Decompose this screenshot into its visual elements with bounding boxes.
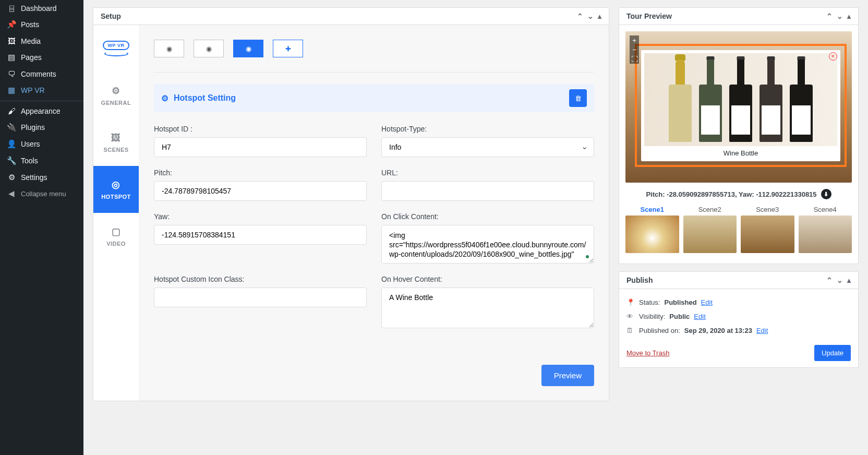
hotspot-type-select[interactable]: Info [381, 137, 594, 157]
pages-icon: ▤ [6, 53, 17, 62]
menu-comments[interactable]: 🗨Comments [0, 66, 83, 82]
hotspot-id-input[interactable] [154, 137, 367, 157]
url-input[interactable] [381, 181, 594, 201]
onclick-label: On Click Content: [381, 212, 594, 221]
download-icon[interactable]: ⬇ [821, 189, 831, 199]
delete-hotspot-button[interactable]: 🗑 [569, 89, 587, 107]
publish-title: Publish [626, 276, 653, 284]
scene-thumb-2[interactable]: Scene2 [683, 206, 737, 253]
hotspot-pill-2[interactable]: ◉ [194, 40, 224, 57]
trash-icon: 🗑 [575, 94, 582, 102]
panel-down-icon[interactable]: ⌄ [837, 12, 843, 20]
panel-toggle-icon[interactable]: ▴ [598, 12, 601, 20]
yaw-input[interactable] [154, 225, 367, 245]
plugins-icon: 🔌 [6, 123, 17, 132]
menu-plugins[interactable]: 🔌Plugins [0, 119, 83, 136]
scene-thumb-1[interactable]: Scene1 [625, 206, 679, 253]
zoom-out-button[interactable]: − [630, 45, 639, 54]
scene-thumb-4[interactable]: Scene4 [799, 206, 852, 253]
panel-up-icon[interactable]: ⌃ [577, 12, 583, 20]
eye-icon: 👁 [626, 313, 635, 320]
tour-viewer[interactable]: + − ⛶ ✕ [625, 31, 852, 183]
tab-hotspot[interactable]: ◎HOTSPOT [93, 166, 139, 213]
onhover-content-textarea[interactable]: A Wine Bottle [381, 288, 594, 328]
panel-toggle-icon[interactable]: ▴ [847, 12, 851, 20]
hotspot-type-label: Hotspot-Type: [381, 125, 594, 133]
menu-tools[interactable]: 🔧Tools [0, 152, 83, 169]
gear-icon: ⚙ [161, 93, 168, 103]
menu-media[interactable]: 🖾Media [0, 33, 83, 49]
menu-pages[interactable]: ▤Pages [0, 49, 83, 66]
tab-general[interactable]: ⚙GENERAL [93, 72, 139, 119]
hotspot-setting-title: Hotspot Setting [174, 93, 236, 103]
onclick-content-textarea[interactable]: <img src="https://wordpress5f0406f1e00ee… [381, 225, 594, 264]
hotspot-add-button[interactable]: ✚ [273, 40, 303, 57]
edit-visibility-link[interactable]: Edit [694, 313, 705, 320]
tab-video[interactable]: ▢VIDEO [93, 213, 139, 260]
tab-scenes[interactable]: 🖼SCENES [93, 119, 139, 166]
media-icon: 🖾 [6, 37, 17, 45]
collapse-icon: ◀ [6, 189, 17, 198]
wpvr-logo: WP VR [93, 25, 139, 72]
tools-icon: 🔧 [6, 156, 17, 165]
video-icon: ▢ [112, 226, 121, 237]
menu-settings[interactable]: ⚙Settings [0, 169, 83, 186]
yaw-label: Yaw: [154, 212, 367, 221]
menu-dashboard[interactable]: ⌸Dashboard [0, 0, 83, 16]
info-popup: ✕ Wine Bottle [641, 50, 840, 161]
tour-preview-title: Tour Preview [626, 12, 672, 20]
panel-toggle-icon[interactable]: ▴ [847, 276, 851, 284]
move-to-trash-link[interactable]: Move to Trash [626, 349, 669, 357]
menu-posts[interactable]: 📌Posts [0, 16, 83, 33]
pin-icon: 📍 [626, 298, 635, 306]
edit-status-link[interactable]: Edit [701, 298, 713, 306]
update-button[interactable]: Update [814, 345, 851, 361]
zoom-in-button[interactable]: + [630, 35, 639, 45]
close-popup-button[interactable]: ✕ [829, 52, 837, 61]
panel-down-icon[interactable]: ⌄ [587, 12, 594, 20]
wpvr-icon: ▦ [6, 86, 17, 95]
hotspot-pill-3[interactable]: ◉ [233, 40, 263, 57]
edit-date-link[interactable]: Edit [756, 327, 768, 334]
tour-preview-panel: Tour Preview ⌃⌄▴ + − ⛶ ✕ [619, 7, 859, 264]
onhover-label: On Hover Content: [381, 275, 594, 283]
panel-up-icon[interactable]: ⌃ [826, 12, 833, 20]
wine-bottles-image [644, 53, 837, 146]
calendar-icon: 🗓 [626, 327, 635, 334]
admin-sidebar: ⌸Dashboard 📌Posts 🖾Media ▤Pages 🗨Comment… [0, 0, 83, 455]
scene-thumb-3[interactable]: Scene3 [741, 206, 794, 253]
panel-up-icon[interactable]: ⌃ [826, 276, 833, 284]
menu-appearance[interactable]: 🖌Appearance [0, 101, 83, 119]
publish-panel: Publish ⌃⌄▴ 📍Status: Published Edit 👁Vis… [619, 271, 859, 368]
posts-icon: 📌 [6, 20, 17, 29]
pitch-label: Pitch: [154, 169, 367, 177]
preview-button[interactable]: Preview [541, 365, 594, 386]
settings-icon: ⚙ [6, 173, 17, 182]
dashboard-icon: ⌸ [6, 4, 17, 13]
hotspot-id-label: Hotspot ID : [154, 125, 367, 133]
menu-users[interactable]: 👤Users [0, 136, 83, 152]
pitch-input[interactable] [154, 181, 367, 201]
users-icon: 👤 [6, 139, 17, 149]
pitch-yaw-readout: Pitch: -28.059092897855713, Yaw: -112.90… [646, 190, 816, 198]
hotspot-pill-1[interactable]: ◉ [154, 40, 184, 57]
popup-caption: Wine Bottle [644, 146, 837, 158]
menu-wpvr[interactable]: ▦WP VR [0, 82, 83, 99]
comments-icon: 🗨 [6, 69, 17, 78]
image-icon: 🖼 [111, 133, 121, 143]
panel-down-icon[interactable]: ⌄ [837, 276, 843, 284]
fullscreen-button[interactable]: ⛶ [630, 54, 639, 64]
setup-title: Setup [101, 12, 121, 20]
appearance-icon: 🖌 [6, 106, 17, 115]
url-label: URL: [381, 169, 594, 177]
icon-class-input[interactable] [154, 288, 367, 307]
icon-class-label: Hotspot Custom Icon Class: [154, 275, 367, 283]
gear-icon: ⚙ [112, 85, 120, 97]
scroll-indicator [586, 255, 589, 258]
setup-panel: Setup ⌃⌄▴ WP VR ⚙GENERAL 🖼SCENES ◎HOTSPO… [93, 7, 609, 401]
target-icon: ◎ [112, 179, 120, 190]
menu-collapse[interactable]: ◀Collapse menu [0, 186, 83, 201]
